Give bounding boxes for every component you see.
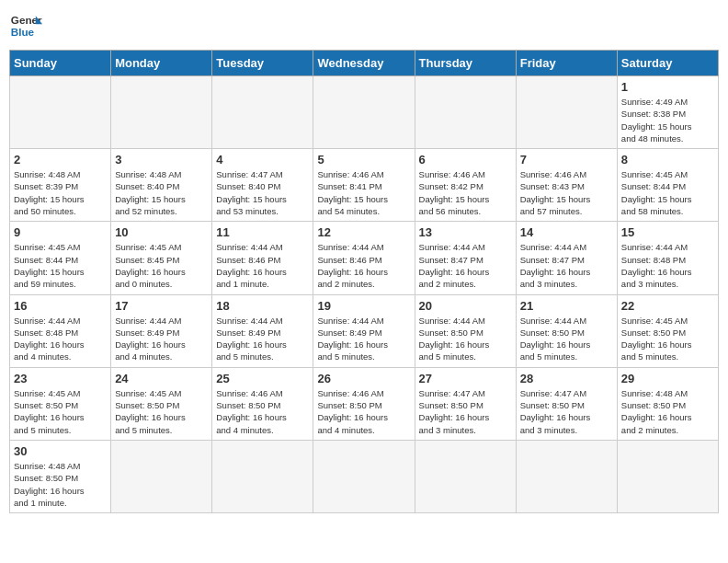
day-info: Sunrise: 4:44 AM Sunset: 8:46 PM Dayligh… xyxy=(216,241,309,290)
calendar-cell xyxy=(415,76,516,149)
calendar-cell: 20Sunrise: 4:44 AM Sunset: 8:50 PM Dayli… xyxy=(415,294,516,367)
day-number: 15 xyxy=(621,225,714,239)
calendar-cell xyxy=(516,76,617,149)
day-info: Sunrise: 4:44 AM Sunset: 8:48 PM Dayligh… xyxy=(621,241,714,290)
day-number: 22 xyxy=(621,299,714,313)
calendar-cell xyxy=(313,440,415,512)
calendar-cell: 22Sunrise: 4:45 AM Sunset: 8:50 PM Dayli… xyxy=(617,294,718,367)
logo: General Blue xyxy=(9,9,42,42)
weekday-header-sunday: Sunday xyxy=(10,51,111,76)
calendar-cell xyxy=(10,76,111,149)
week-row-2: 2Sunrise: 4:48 AM Sunset: 8:39 PM Daylig… xyxy=(10,149,719,222)
calendar-cell: 23Sunrise: 4:45 AM Sunset: 8:50 PM Dayli… xyxy=(10,367,111,440)
page-header: General Blue xyxy=(9,9,719,42)
day-info: Sunrise: 4:45 AM Sunset: 8:44 PM Dayligh… xyxy=(621,168,714,217)
day-info: Sunrise: 4:45 AM Sunset: 8:50 PM Dayligh… xyxy=(14,387,107,436)
calendar-cell: 4Sunrise: 4:47 AM Sunset: 8:40 PM Daylig… xyxy=(212,149,313,222)
day-number: 3 xyxy=(115,153,208,167)
calendar-cell: 29Sunrise: 4:48 AM Sunset: 8:50 PM Dayli… xyxy=(617,367,718,440)
day-number: 9 xyxy=(14,225,107,239)
weekday-header-row: SundayMondayTuesdayWednesdayThursdayFrid… xyxy=(10,51,719,76)
day-info: Sunrise: 4:44 AM Sunset: 8:48 PM Dayligh… xyxy=(14,315,107,363)
day-info: Sunrise: 4:45 AM Sunset: 8:50 PM Dayligh… xyxy=(621,315,714,363)
day-number: 20 xyxy=(419,299,512,313)
day-number: 11 xyxy=(216,225,309,239)
day-number: 28 xyxy=(520,372,613,385)
day-number: 1 xyxy=(621,80,714,94)
weekday-header-tuesday: Tuesday xyxy=(212,51,313,76)
day-info: Sunrise: 4:44 AM Sunset: 8:50 PM Dayligh… xyxy=(419,315,512,363)
calendar-cell: 15Sunrise: 4:44 AM Sunset: 8:48 PM Dayli… xyxy=(617,222,718,294)
day-info: Sunrise: 4:44 AM Sunset: 8:50 PM Dayligh… xyxy=(520,315,613,363)
calendar-cell: 16Sunrise: 4:44 AM Sunset: 8:48 PM Dayli… xyxy=(10,294,111,367)
day-info: Sunrise: 4:44 AM Sunset: 8:49 PM Dayligh… xyxy=(115,315,208,363)
calendar-cell: 30Sunrise: 4:48 AM Sunset: 8:50 PM Dayli… xyxy=(10,440,111,512)
day-number: 19 xyxy=(317,299,410,313)
calendar-cell: 5Sunrise: 4:46 AM Sunset: 8:41 PM Daylig… xyxy=(313,149,415,222)
day-number: 14 xyxy=(520,225,613,239)
day-number: 16 xyxy=(14,299,107,313)
calendar-cell: 3Sunrise: 4:48 AM Sunset: 8:40 PM Daylig… xyxy=(111,149,212,222)
calendar-cell: 14Sunrise: 4:44 AM Sunset: 8:47 PM Dayli… xyxy=(516,222,617,294)
day-number: 27 xyxy=(419,372,512,385)
day-number: 12 xyxy=(317,225,410,239)
calendar-cell xyxy=(617,440,718,512)
day-info: Sunrise: 4:47 AM Sunset: 8:50 PM Dayligh… xyxy=(520,387,613,436)
week-row-4: 16Sunrise: 4:44 AM Sunset: 8:48 PM Dayli… xyxy=(10,294,719,367)
day-number: 23 xyxy=(14,372,107,385)
day-info: Sunrise: 4:48 AM Sunset: 8:50 PM Dayligh… xyxy=(14,460,107,509)
calendar-cell xyxy=(111,76,212,149)
day-info: Sunrise: 4:45 AM Sunset: 8:44 PM Dayligh… xyxy=(14,241,107,290)
day-number: 7 xyxy=(520,153,613,167)
day-number: 13 xyxy=(419,225,512,239)
calendar-cell: 10Sunrise: 4:45 AM Sunset: 8:45 PM Dayli… xyxy=(111,222,212,294)
day-number: 2 xyxy=(14,153,107,167)
day-info: Sunrise: 4:48 AM Sunset: 8:50 PM Dayligh… xyxy=(621,387,714,436)
day-number: 17 xyxy=(115,299,208,313)
svg-text:Blue: Blue xyxy=(11,26,35,38)
day-info: Sunrise: 4:46 AM Sunset: 8:42 PM Dayligh… xyxy=(419,168,512,217)
day-info: Sunrise: 4:44 AM Sunset: 8:47 PM Dayligh… xyxy=(419,241,512,290)
day-number: 4 xyxy=(216,153,309,167)
weekday-header-saturday: Saturday xyxy=(617,51,718,76)
day-number: 21 xyxy=(520,299,613,313)
calendar-cell: 9Sunrise: 4:45 AM Sunset: 8:44 PM Daylig… xyxy=(10,222,111,294)
day-number: 25 xyxy=(216,372,309,385)
day-info: Sunrise: 4:46 AM Sunset: 8:43 PM Dayligh… xyxy=(520,168,613,217)
day-info: Sunrise: 4:45 AM Sunset: 8:50 PM Dayligh… xyxy=(115,387,208,436)
day-number: 10 xyxy=(115,225,208,239)
calendar-cell: 28Sunrise: 4:47 AM Sunset: 8:50 PM Dayli… xyxy=(516,367,617,440)
calendar-cell: 19Sunrise: 4:44 AM Sunset: 8:49 PM Dayli… xyxy=(313,294,415,367)
calendar-cell xyxy=(313,76,415,149)
calendar-cell: 21Sunrise: 4:44 AM Sunset: 8:50 PM Dayli… xyxy=(516,294,617,367)
day-info: Sunrise: 4:44 AM Sunset: 8:49 PM Dayligh… xyxy=(216,315,309,363)
day-info: Sunrise: 4:44 AM Sunset: 8:47 PM Dayligh… xyxy=(520,241,613,290)
day-number: 5 xyxy=(317,153,410,167)
calendar-cell xyxy=(212,76,313,149)
day-info: Sunrise: 4:48 AM Sunset: 8:40 PM Dayligh… xyxy=(115,168,208,217)
calendar-cell: 24Sunrise: 4:45 AM Sunset: 8:50 PM Dayli… xyxy=(111,367,212,440)
calendar-cell: 17Sunrise: 4:44 AM Sunset: 8:49 PM Dayli… xyxy=(111,294,212,367)
calendar-cell: 26Sunrise: 4:46 AM Sunset: 8:50 PM Dayli… xyxy=(313,367,415,440)
day-info: Sunrise: 4:44 AM Sunset: 8:49 PM Dayligh… xyxy=(317,315,410,363)
calendar-cell xyxy=(212,440,313,512)
calendar-cell: 2Sunrise: 4:48 AM Sunset: 8:39 PM Daylig… xyxy=(10,149,111,222)
calendar-table: SundayMondayTuesdayWednesdayThursdayFrid… xyxy=(9,50,719,513)
calendar-body: 1Sunrise: 4:49 AM Sunset: 8:38 PM Daylig… xyxy=(10,76,719,513)
weekday-header-wednesday: Wednesday xyxy=(313,51,415,76)
day-info: Sunrise: 4:44 AM Sunset: 8:46 PM Dayligh… xyxy=(317,241,410,290)
day-info: Sunrise: 4:48 AM Sunset: 8:39 PM Dayligh… xyxy=(14,168,107,217)
week-row-1: 1Sunrise: 4:49 AM Sunset: 8:38 PM Daylig… xyxy=(10,76,719,149)
logo-icon: General Blue xyxy=(9,9,42,42)
calendar-cell: 6Sunrise: 4:46 AM Sunset: 8:42 PM Daylig… xyxy=(415,149,516,222)
day-info: Sunrise: 4:46 AM Sunset: 8:41 PM Dayligh… xyxy=(317,168,410,217)
day-info: Sunrise: 4:47 AM Sunset: 8:40 PM Dayligh… xyxy=(216,168,309,217)
day-number: 8 xyxy=(621,153,714,167)
week-row-6: 30Sunrise: 4:48 AM Sunset: 8:50 PM Dayli… xyxy=(10,440,719,512)
day-number: 26 xyxy=(317,372,410,385)
calendar-cell: 11Sunrise: 4:44 AM Sunset: 8:46 PM Dayli… xyxy=(212,222,313,294)
calendar-cell xyxy=(516,440,617,512)
calendar-cell: 18Sunrise: 4:44 AM Sunset: 8:49 PM Dayli… xyxy=(212,294,313,367)
calendar-cell: 27Sunrise: 4:47 AM Sunset: 8:50 PM Dayli… xyxy=(415,367,516,440)
weekday-header-friday: Friday xyxy=(516,51,617,76)
